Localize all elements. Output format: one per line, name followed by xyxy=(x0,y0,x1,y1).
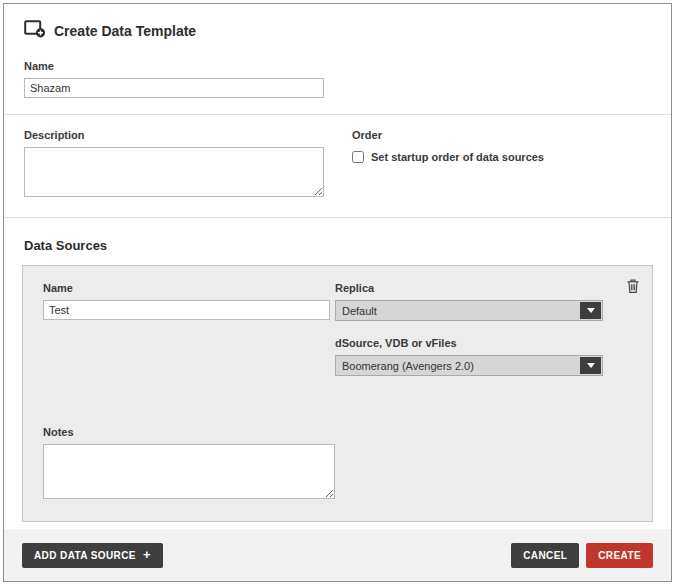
dsource-select[interactable]: Boomerang (Avengers 2.0) xyxy=(335,355,603,376)
plus-icon: + xyxy=(143,551,151,559)
order-group: Order Set startup order of data sources xyxy=(352,129,651,201)
cancel-button[interactable]: CANCEL xyxy=(511,543,579,568)
delete-data-source-button[interactable] xyxy=(626,278,640,294)
data-source-fields: Name Notes Replica Default dSource, VDB … xyxy=(43,282,632,503)
notes-label: Notes xyxy=(43,426,335,438)
replica-dropdown-arrow-icon[interactable] xyxy=(580,302,601,319)
source-name-input[interactable] xyxy=(43,300,330,320)
dsource-dropdown-arrow-icon[interactable] xyxy=(580,357,601,374)
data-template-icon xyxy=(24,20,46,42)
replica-selected-value: Default xyxy=(336,301,579,320)
name-input[interactable] xyxy=(24,78,324,98)
name-section: Name xyxy=(4,48,671,98)
dsource-selected-value: Boomerang (Avengers 2.0) xyxy=(336,356,579,375)
trash-icon xyxy=(626,282,640,297)
dialog-footer: ADD DATA SOURCE + CANCEL CREATE xyxy=(4,529,671,581)
create-button[interactable]: CREATE xyxy=(586,543,653,568)
dialog-title: Create Data Template xyxy=(54,23,196,39)
dsource-label: dSource, VDB or vFiles xyxy=(335,337,603,349)
order-label: Order xyxy=(352,129,651,141)
description-label: Description xyxy=(24,129,352,141)
create-data-template-dialog: Create Data Template Name Description Or… xyxy=(3,3,672,582)
description-order-section: Description Order Set startup order of d… xyxy=(4,115,671,201)
data-sources-heading: Data Sources xyxy=(4,218,671,265)
name-label: Name xyxy=(24,60,651,72)
startup-order-checkbox-label: Set startup order of data sources xyxy=(371,151,544,163)
add-data-source-button[interactable]: ADD DATA SOURCE + xyxy=(22,543,163,568)
startup-order-checkbox[interactable] xyxy=(352,151,364,163)
notes-textarea[interactable] xyxy=(43,444,335,499)
startup-order-checkbox-row[interactable]: Set startup order of data sources xyxy=(352,151,651,163)
footer-action-buttons: CANCEL CREATE xyxy=(511,543,653,568)
description-group: Description xyxy=(24,129,352,201)
description-textarea[interactable] xyxy=(24,147,324,197)
data-source-left-column: Name Notes xyxy=(43,282,335,503)
data-source-right-column: Replica Default dSource, VDB or vFiles B… xyxy=(335,282,637,503)
dialog-header: Create Data Template xyxy=(4,4,671,48)
add-data-source-label: ADD DATA SOURCE xyxy=(34,550,136,561)
replica-label: Replica xyxy=(335,282,603,294)
notes-group: Notes xyxy=(43,426,335,503)
source-name-label: Name xyxy=(43,282,335,294)
replica-select[interactable]: Default xyxy=(335,300,603,321)
data-source-row: Name Notes Replica Default dSource, VDB … xyxy=(22,265,653,522)
